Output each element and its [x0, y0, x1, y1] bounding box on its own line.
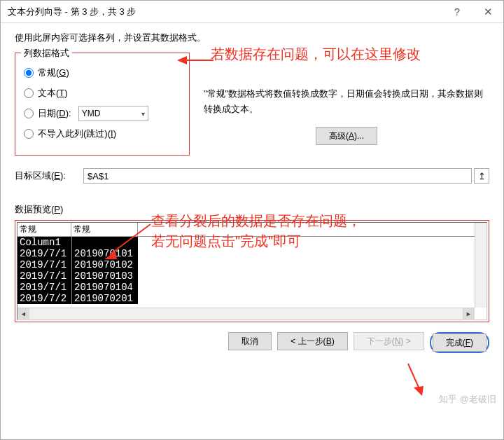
group-legend: 列数据格式 — [21, 47, 72, 60]
radio-date-label: 日期(D): — [38, 107, 71, 120]
scroll-left-icon[interactable]: ◄ — [18, 308, 29, 320]
range-picker-icon: ↥ — [478, 171, 486, 181]
preview-header-row: 常规 常规 — [18, 223, 486, 237]
table-row: 2019/7/12019070101 — [18, 248, 138, 259]
close-button[interactable]: ✕ — [472, 1, 503, 23]
cell — [71, 237, 138, 248]
cell: 2019070102 — [71, 259, 138, 270]
cell: 2019/7/1 — [18, 259, 71, 270]
cell: 2019/7/1 — [18, 282, 71, 293]
chevron-down-icon: ▾ — [141, 110, 145, 118]
radio-text-label: 文本(T) — [38, 87, 68, 99]
content-area: 使用此屏内容可选择各列，并设置其数据格式。 列数据格式 常规(G) 文本(T) … — [1, 23, 503, 439]
scroll-right-icon[interactable]: ► — [463, 308, 475, 320]
instruction-text: 使用此屏内容可选择各列，并设置其数据格式。 — [15, 32, 489, 44]
table-row: 2019/7/12019070103 — [18, 270, 138, 282]
range-picker-button[interactable]: ↥ — [474, 168, 489, 184]
table-row: 2019/7/12019070104 — [18, 282, 138, 293]
titlebar: 文本分列向导 - 第 3 步，共 3 步 ? ✕ — [1, 1, 503, 23]
target-row: 目标区域(E): ↥ — [15, 168, 489, 184]
table-row: Column1 — [18, 237, 138, 248]
finish-button[interactable]: 完成(F) — [433, 334, 486, 352]
cell: 2019070101 — [71, 248, 138, 259]
watermark: 知乎 @老破旧 — [439, 393, 496, 406]
table-row: 2019/7/12019070102 — [18, 259, 138, 270]
cell: 2019/7/2 — [18, 293, 71, 304]
date-format-value: YMD — [82, 109, 101, 118]
radio-skip[interactable] — [24, 129, 34, 139]
cell: 2019070103 — [71, 270, 138, 282]
wizard-window: 文本分列向导 - 第 3 步，共 3 步 ? ✕ 使用此屏内容可选择各列，并设置… — [0, 0, 504, 440]
svg-line-4 — [408, 364, 419, 389]
cell: 2019070104 — [71, 282, 138, 293]
radio-general[interactable] — [24, 68, 34, 78]
svg-marker-5 — [414, 386, 424, 396]
preview-inner[interactable]: 常规 常规 Column12019/7/120190701012019/7/12… — [17, 222, 487, 320]
radio-text[interactable] — [24, 88, 34, 98]
cell: Column1 — [18, 237, 71, 248]
cancel-button[interactable]: 取消 — [228, 332, 272, 350]
preview-col-header[interactable]: 常规 — [71, 223, 138, 236]
date-format-select[interactable]: YMD ▾ — [78, 106, 148, 121]
preview-label: 数据预览(P) — [15, 203, 489, 216]
radio-skip-label: 不导入此列(跳过)(I) — [38, 128, 116, 140]
column-format-group: 列数据格式 常规(G) 文本(T) 日期(D): YMD ▾ — [15, 53, 190, 156]
footer-buttons: 取消 < 上一步(B) 下一步(N) > 完成(F) — [15, 322, 489, 353]
vertical-scrollbar[interactable] — [475, 223, 486, 308]
back-button[interactable]: < 上一步(B) — [277, 332, 347, 350]
radio-general-label: 常规(G) — [38, 67, 69, 79]
target-input[interactable] — [83, 168, 472, 184]
radio-date[interactable] — [24, 109, 34, 118]
cell: 2019/7/1 — [18, 248, 71, 259]
cell: 2019/7/1 — [18, 270, 71, 282]
target-label: 目标区域(E): — [15, 170, 83, 182]
format-description-area: "常规"数据格式将数值转换成数字，日期值会转换成日期，其余数据则转换成文本。 高… — [204, 53, 489, 145]
arrow-icon — [404, 362, 425, 397]
cell: 2019070201 — [71, 293, 138, 304]
preview-body: Column12019/7/120190701012019/7/12019070… — [18, 237, 138, 304]
format-description: "常规"数据格式将数值转换成数字，日期值会转换成日期，其余数据则转换成文本。 — [204, 86, 489, 117]
horizontal-scrollbar[interactable]: ◄ ► — [18, 308, 475, 319]
preview-box: 常规 常规 Column12019/7/120190701012019/7/12… — [15, 220, 489, 322]
window-title: 文本分列向导 - 第 3 步，共 3 步 — [8, 6, 442, 18]
help-button[interactable]: ? — [442, 1, 472, 23]
advanced-button[interactable]: 高级(A)... — [316, 127, 377, 145]
table-row: 2019/7/22019070201 — [18, 293, 138, 304]
preview-col-header[interactable]: 常规 — [18, 223, 71, 236]
next-button: 下一步(N) > — [354, 332, 424, 350]
